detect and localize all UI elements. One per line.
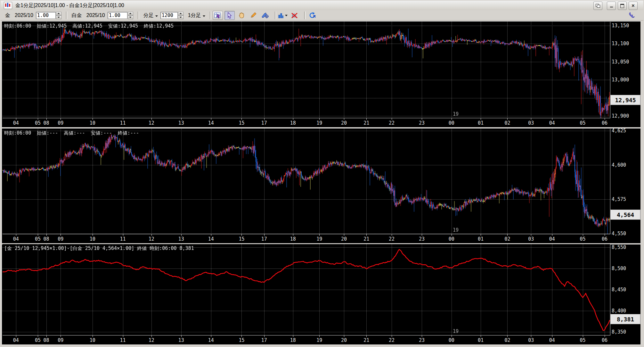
x-tick (181, 335, 182, 337)
toolbar-separator (66, 12, 67, 19)
toolbar: 金 2025/10 白金 2025/10 分足 1分足 (1, 11, 643, 21)
x-tick-label: 20 (341, 337, 347, 343)
x-tick-label: 10 (90, 120, 95, 126)
bar-chart-icon (278, 12, 283, 19)
x-tick-label: 22 (389, 120, 395, 126)
gold-candlestick-chart[interactable] (3, 22, 610, 118)
refresh-button[interactable]: R (307, 11, 317, 20)
title-bar[interactable]: 金1分足[2025/10]1.00 - 白金1分足[2025/10]1.00 × (1, 1, 643, 10)
x-tick (181, 118, 182, 120)
y-axis-label: 4,550 (612, 231, 626, 236)
close-button[interactable]: × (629, 2, 638, 10)
strip-border (3, 118, 610, 118)
gold-multiplier-spinner[interactable] (56, 12, 61, 19)
x-tick (16, 335, 16, 337)
pencil-icon (250, 12, 257, 19)
y-axis-label: 13,150 (612, 23, 629, 29)
spread-line-chart[interactable] (3, 244, 610, 335)
x-tick (93, 234, 93, 236)
x-tick-label: 01 (478, 337, 484, 343)
pointer-tool-button[interactable] (224, 11, 235, 20)
platinum-multiplier-input[interactable] (108, 12, 127, 19)
x-tick (319, 118, 320, 120)
pan-tool-button[interactable] (236, 11, 247, 20)
x-tick-label: 09 (58, 337, 63, 343)
x-tick (552, 234, 552, 236)
bar-type-dropdown[interactable]: 分足 (143, 12, 158, 19)
minimize-button[interactable] (607, 2, 616, 10)
x-tick-label: 20 (341, 120, 347, 126)
marker-tool-button[interactable] (260, 11, 270, 20)
draw-tool-button[interactable] (248, 11, 258, 20)
spread-formula-readout: [金 25/10 12,945×1.00]-[白金 25/10 4,564×1.… (4, 245, 194, 252)
x-tick (264, 118, 265, 120)
platinum-ohlc-readout: 時刻:06:00 始値:--- 高値:--- 安値:--- 終値:--- (4, 130, 139, 136)
x-tick-label: 18 (290, 337, 296, 343)
x-tick-label: 00 (449, 236, 454, 242)
date-marker: 19 (453, 328, 459, 334)
x-tick (46, 118, 47, 120)
chart-cursor-icon (214, 12, 221, 19)
platinum-multiplier-spinner[interactable] (128, 12, 133, 19)
x-tick-label: 15 (239, 236, 244, 242)
x-tick (605, 118, 605, 120)
x-tick-label: 06 (602, 120, 607, 126)
x-tick (123, 234, 123, 236)
gold-multiplier-input[interactable] (36, 12, 56, 19)
platinum-candlestick-chart[interactable] (3, 129, 610, 234)
toolbar-separator (210, 12, 211, 19)
x-tick (16, 118, 16, 120)
cascade-windows-button[interactable] (593, 2, 602, 10)
interval-dropdown[interactable]: 1分足 (188, 12, 205, 19)
x-tick (293, 118, 293, 120)
x-tick-label: 23 (419, 236, 425, 242)
chevron-down-icon (203, 15, 205, 17)
x-tick (93, 335, 93, 337)
x-tick-label: 01 (478, 236, 484, 242)
y-axis-label: 13,100 (612, 41, 629, 46)
cascade-icon (596, 4, 600, 8)
x-tick-label: 05 (35, 236, 41, 242)
settings-button[interactable] (627, 11, 637, 20)
x-tick-label: 12 (149, 236, 154, 242)
highlighter-icon (261, 12, 269, 19)
x-tick-label: 04 (13, 120, 19, 126)
x-tick-label: 15 (239, 337, 244, 343)
strip-border (3, 234, 610, 234)
x-tick (46, 335, 47, 337)
x-tick (293, 234, 293, 236)
bar-count-input[interactable] (160, 12, 178, 19)
toolbar-separator (138, 12, 139, 19)
x-tick (605, 335, 605, 337)
chart-type-button[interactable] (278, 11, 288, 20)
minimize-icon (610, 7, 613, 7)
x-tick-label: 04 (549, 337, 555, 343)
chart-cursor-settings-button[interactable] (213, 11, 223, 20)
spread-last-price-tag: 8,381 (610, 314, 640, 324)
x-tick-label: 14 (208, 120, 214, 126)
x-tick-label: 10 (90, 337, 95, 343)
x-tick (61, 234, 61, 236)
y-axis-label: 8,400 (612, 308, 626, 314)
x-tick-label: 12 (149, 337, 154, 343)
x-tick (531, 335, 531, 337)
x-tick (93, 118, 93, 120)
maximize-button[interactable] (618, 2, 627, 10)
hand-icon (238, 12, 245, 19)
x-tick (16, 234, 16, 236)
platinum-label: 白金 (72, 12, 82, 19)
x-tick-label: 23 (419, 337, 425, 343)
remove-chart-button[interactable] (289, 11, 300, 20)
x-tick (241, 335, 242, 337)
x-tick (422, 118, 422, 120)
x-tick (46, 234, 47, 236)
x-tick-label: 17 (261, 236, 267, 242)
x-tick (151, 118, 152, 120)
window-title: 金1分足[2025/10]1.00 - 白金1分足[2025/10]1.00 (15, 2, 124, 9)
x-tick-label: 01 (478, 120, 484, 126)
x-tick-label: 03 (528, 120, 534, 126)
x-tick (264, 335, 265, 337)
x-tick (366, 118, 367, 120)
chevron-down-icon (285, 15, 288, 16)
bar-count-spinner[interactable] (178, 12, 183, 19)
